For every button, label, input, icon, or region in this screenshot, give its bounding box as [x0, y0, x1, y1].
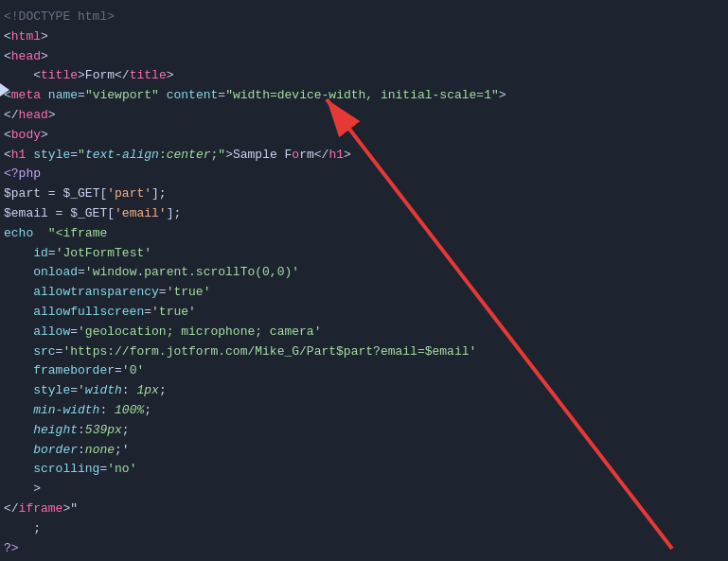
code-content: src='https://form.jotform.com/Mike_G/Par… [4, 342, 720, 362]
token: head [19, 108, 48, 122]
code-line: echo "<iframe [0, 224, 728, 244]
code-line: <?php [0, 165, 728, 184]
code-line: style='width: 1px; [0, 381, 728, 401]
token: frameborder [4, 363, 115, 377]
token: </ [4, 501, 19, 516]
code-content: frameborder='0' [4, 361, 720, 381]
token: 'true' [167, 285, 211, 299]
token: >Sample F [225, 148, 292, 162]
code-content: min-width: 100%; [4, 401, 720, 421]
token: ]; [151, 186, 167, 201]
code-content: allowfullscreen='true' [4, 303, 720, 323]
token: head [11, 49, 41, 63]
code-content: ; [4, 519, 720, 539]
token: </ [115, 68, 130, 82]
token: = [78, 88, 85, 102]
code-line: height:539px; [0, 421, 728, 441]
token: o [292, 148, 299, 162]
code-line: min-width: 100%; [0, 401, 728, 421]
token: onload [4, 265, 78, 279]
code-line: <body> [0, 126, 728, 146]
code-line: ; [0, 519, 728, 539]
token: ;" [211, 148, 226, 162]
token: "<iframe [48, 226, 107, 240]
token: "viewport" [85, 88, 159, 102]
token [159, 88, 167, 102]
token: [ [107, 206, 115, 220]
token: echo [4, 226, 33, 240]
code-line: src='https://form.jotform.com/Mike_G/Par… [0, 342, 728, 362]
code-content: allowtransparency='true' [4, 283, 720, 303]
token: iframe [19, 501, 63, 516]
token: $_GET [62, 186, 99, 201]
token: = [41, 186, 62, 201]
token: $email [4, 206, 48, 220]
code-content: <h1 style="text-align:center;">Sample Fo… [4, 146, 720, 166]
code-content: height:539px; [4, 421, 720, 441]
token: = [70, 383, 78, 397]
code-line: allowtransparency='true' [0, 283, 728, 303]
token: ; [144, 403, 151, 417]
token: "width=device-width, initial-scale=1" [225, 88, 499, 102]
token: ]; [167, 206, 182, 220]
code-content: <meta name="viewport" content="width=dev… [4, 86, 720, 106]
token: ' [78, 383, 85, 397]
token: ;' [115, 443, 130, 457]
token: >" [62, 501, 78, 516]
code-content: <html> [4, 27, 720, 47]
code-line: </iframe>" [0, 500, 728, 519]
code-editor: <!DOCTYPE html><html><head> <title>Form<… [0, 0, 728, 561]
code-content: </head> [4, 106, 720, 126]
token: > [167, 68, 174, 82]
token: = [144, 305, 151, 319]
token: none [85, 443, 115, 457]
code-line: <title>Form</title> [0, 66, 728, 86]
token: < [4, 148, 11, 162]
token: 1px [136, 383, 158, 397]
token: width [85, 383, 122, 397]
token: : [78, 423, 85, 437]
token: h1 [11, 148, 27, 162]
token: allow [4, 324, 70, 339]
code-content: $part = $_GET['part']; [4, 184, 720, 204]
code-content: onload='window.parent.scrollTo(0,0)' [4, 263, 720, 283]
code-line: allowfullscreen='true' [0, 303, 728, 323]
token: > [41, 128, 48, 142]
token: : [122, 383, 137, 397]
token: 'geolocation; microphone; camera' [78, 324, 321, 339]
token: id [4, 246, 48, 260]
code-content: $email = $_GET['email']; [4, 204, 720, 224]
token: 539px [85, 423, 122, 437]
token: > [48, 108, 56, 122]
token: style [4, 383, 70, 397]
code-line: </head> [0, 106, 728, 126]
token: style [33, 148, 70, 162]
code-line: <!DOCTYPE html> [0, 8, 728, 27]
code-content: allow='geolocation; microphone; camera' [4, 323, 720, 342]
token: height [4, 423, 78, 437]
code-content: <!DOCTYPE html> [4, 8, 720, 27]
code-line: <html> [0, 27, 728, 47]
token: > [4, 482, 41, 496]
token: Form [85, 68, 115, 82]
token: ; [122, 423, 130, 437]
token: html [11, 29, 41, 44]
token: = [70, 148, 78, 162]
token: < [4, 68, 41, 82]
token: > [41, 49, 48, 63]
code-line: $email = $_GET['email']; [0, 204, 728, 224]
code-content: <body> [4, 126, 720, 146]
token: = [78, 265, 85, 279]
token: 'JotFormTest' [56, 246, 151, 260]
token: allowfullscreen [4, 305, 144, 319]
token [41, 88, 48, 102]
token: 'https://form.jotform.com/Mike_G/Part$pa… [62, 344, 476, 359]
code-content: > [4, 480, 720, 500]
token: parent.scrollTo(0,0)' [144, 265, 299, 279]
token: <?php [4, 167, 41, 181]
token: = [48, 206, 70, 220]
token: 'no' [107, 462, 136, 476]
token [33, 226, 48, 240]
token: title [41, 68, 78, 82]
token: h1 [328, 148, 344, 162]
